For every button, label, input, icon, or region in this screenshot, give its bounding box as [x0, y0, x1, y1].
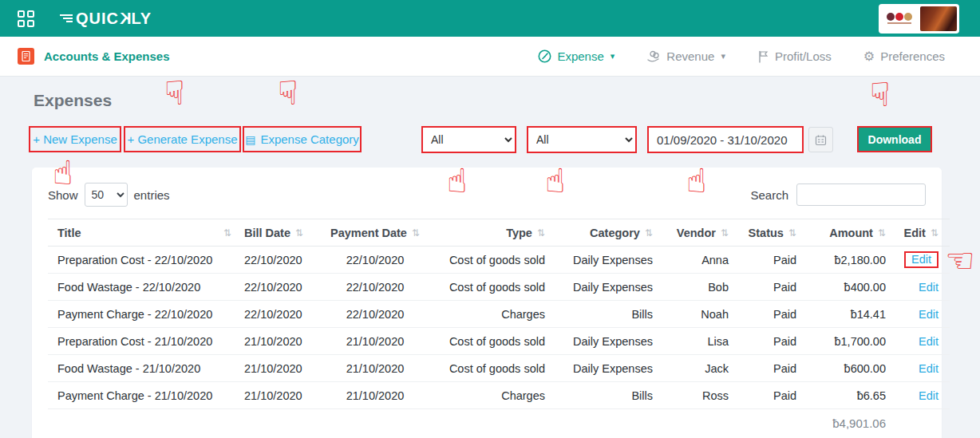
restaurant-photo-thumbnail[interactable]	[920, 6, 957, 31]
cell-edit: Edit	[892, 328, 950, 355]
column-header-payment-date[interactable]: Payment Date⇅	[320, 219, 430, 247]
cell-payment-date: 22/10/2020	[320, 247, 430, 274]
cell-vendor: Anna	[659, 247, 735, 274]
download-button[interactable]: Download	[857, 126, 932, 152]
cell-edit: Edit	[892, 301, 950, 328]
column-header-amount[interactable]: Amount⇅	[803, 219, 892, 247]
nav-items: Expense ▾ Revenue ▾ Profit/Loss ⚙ Prefer…	[538, 49, 945, 64]
brand-wordmark: QUICKLY	[76, 10, 152, 28]
edit-link[interactable]: Edit	[919, 281, 939, 294]
cell-payment-date: 21/10/2020	[320, 355, 430, 382]
page-size-select[interactable]: 50	[85, 183, 128, 207]
column-header-vendor[interactable]: Vendor⇅	[659, 219, 735, 247]
cell-status: Paid	[735, 355, 803, 382]
actions-row: + New Expense + Generate Expense ▤ Expen…	[0, 126, 980, 155]
cell-status: Paid	[735, 328, 803, 355]
page: QUICKLY Accounts & Expenses Expense ▾	[0, 0, 980, 438]
chevron-down-icon: ▾	[611, 51, 615, 61]
search-label: Search	[750, 188, 788, 202]
sort-icon: ⇅	[412, 227, 420, 239]
cell-payment-date: 21/10/2020	[320, 382, 430, 409]
cell-title: Food Wastage - 22/10/2020	[48, 274, 238, 301]
cell-edit: Edit	[892, 382, 950, 409]
edit-link[interactable]: Edit	[919, 308, 939, 321]
cell-status: Paid	[735, 247, 803, 274]
cell-vendor: Noah	[659, 301, 735, 328]
nav-item-label: Preferences	[880, 49, 945, 63]
column-header-bill-date[interactable]: Bill Date⇅	[238, 219, 320, 247]
hand-down-icon: ☟	[278, 77, 298, 110]
cell-status: Paid	[735, 274, 803, 301]
table-row: Preparation Cost - 21/10/2020 21/10/2020…	[48, 328, 950, 355]
cell-type: Cost of goods sold	[430, 328, 551, 355]
table-row: Payment Charge - 21/10/2020 21/10/2020 2…	[48, 382, 950, 409]
cell-type: Charges	[430, 382, 551, 409]
date-range-input[interactable]	[647, 126, 804, 153]
sort-icon: ⇅	[721, 227, 729, 239]
column-header-category[interactable]: Category⇅	[551, 219, 659, 247]
edit-link[interactable]: Edit	[911, 253, 931, 266]
column-header-type[interactable]: Type⇅	[430, 219, 551, 247]
edit-link[interactable]: Edit	[919, 335, 939, 348]
expenses-table-card: Show 50 entries Search Title⇅ Bill Date⇅	[32, 168, 942, 438]
cell-status: Paid	[735, 301, 803, 328]
edit-highlight-box: Edit	[904, 251, 939, 268]
hand-down-icon: ☟	[164, 77, 185, 110]
sort-icon: ⇅	[931, 227, 939, 239]
cell-title: Food Wastage - 21/10/2020	[48, 355, 238, 382]
restaurant-logo-thumbnail[interactable]	[881, 6, 918, 31]
nav-item-expense[interactable]: Expense ▾	[538, 49, 614, 63]
cell-title: Preparation Cost - 21/10/2020	[48, 328, 238, 355]
sort-icon: ⇅	[878, 227, 886, 239]
cell-bill-date: 21/10/2020	[238, 382, 320, 409]
expenses-table: Title⇅ Bill Date⇅ Payment Date⇅ Type⇅ Ca…	[48, 219, 950, 438]
cell-bill-date: 22/10/2020	[238, 247, 320, 274]
apps-grid-icon[interactable]	[18, 10, 34, 27]
nav-item-preferences[interactable]: ⚙ Preferences	[863, 49, 945, 64]
cell-category: Daily Expenses	[551, 355, 659, 382]
new-expense-button[interactable]: + New Expense	[29, 126, 121, 152]
cell-amount: ƀ14.41	[803, 301, 892, 328]
cell-category: Bills	[551, 301, 659, 328]
cell-payment-date: 22/10/2020	[320, 301, 430, 328]
cell-type: Cost of goods sold	[430, 274, 551, 301]
expense-gauge-icon	[538, 49, 551, 63]
nav-item-label: Revenue	[666, 49, 714, 63]
cell-vendor: Lisa	[659, 328, 735, 355]
edit-link[interactable]: Edit	[919, 362, 939, 375]
column-header-status[interactable]: Status⇅	[735, 219, 803, 247]
cell-vendor: Ross	[659, 382, 735, 409]
breadcrumb-title: Accounts & Expenses	[44, 49, 170, 63]
cell-amount: ƀ400.00	[803, 274, 892, 301]
date-picker-button[interactable]	[808, 127, 833, 152]
accounts-module-icon	[18, 48, 34, 65]
column-header-edit[interactable]: Edit⇅	[892, 219, 950, 247]
table-row: Food Wastage - 21/10/2020 21/10/2020 21/…	[48, 355, 950, 382]
column-header-title[interactable]: Title⇅	[48, 219, 238, 247]
nav-item-profit-loss[interactable]: Profit/Loss	[757, 49, 832, 63]
restaurant-switcher[interactable]	[879, 4, 959, 34]
cell-bill-date: 21/10/2020	[238, 355, 320, 382]
sort-icon: ⇅	[788, 227, 796, 239]
expense-category-button[interactable]: ▤ Expense Category	[243, 126, 362, 152]
cell-title: Preparation Cost - 22/10/2020	[48, 247, 238, 274]
category-filter-select[interactable]: All	[527, 126, 637, 153]
nav-item-revenue[interactable]: Revenue ▾	[646, 49, 725, 63]
type-filter-select[interactable]: All	[421, 126, 516, 153]
cell-category: Daily Expenses	[551, 274, 659, 301]
cell-payment-date: 22/10/2020	[320, 274, 430, 301]
generate-expense-button[interactable]: + Generate Expense	[124, 126, 241, 152]
search-input[interactable]	[796, 183, 926, 206]
cell-payment-date: 21/10/2020	[320, 328, 430, 355]
cell-amount: ƀ2,180.00	[803, 247, 892, 274]
nav-item-label: Expense	[557, 49, 603, 63]
brand-logo[interactable]: QUICKLY	[60, 10, 152, 28]
edit-link[interactable]: Edit	[919, 389, 939, 402]
table-row: Payment Charge - 22/10/2020 22/10/2020 2…	[48, 301, 950, 328]
sort-icon: ⇅	[223, 227, 231, 239]
table-row: Food Wastage - 22/10/2020 22/10/2020 22/…	[48, 274, 950, 301]
cell-type: Cost of goods sold	[430, 355, 551, 382]
table-total-row: ƀ4,901.06	[48, 409, 950, 438]
cell-type: Cost of goods sold	[430, 247, 551, 274]
sort-icon: ⇅	[537, 227, 545, 239]
